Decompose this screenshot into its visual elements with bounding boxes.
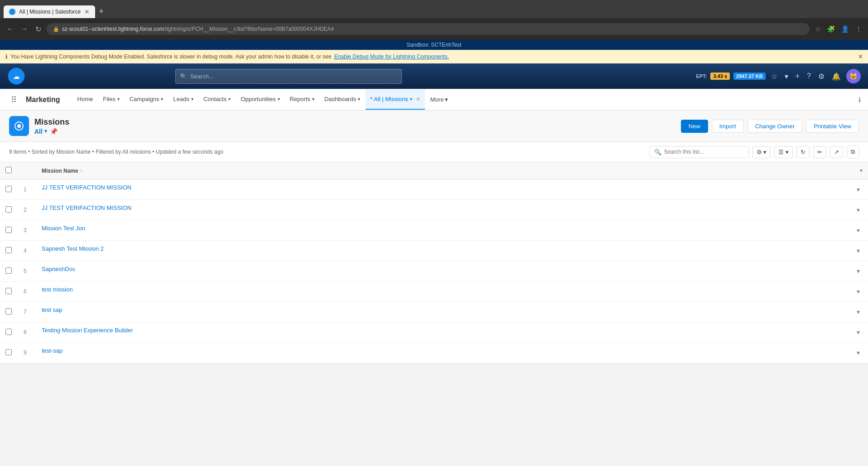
- table-row: 8 Testing Mission Experience Builder ▾: [0, 322, 868, 343]
- app-launcher-button[interactable]: ⠿: [7, 93, 20, 107]
- extensions-button[interactable]: 🧩: [825, 24, 837, 34]
- row-number: 5: [18, 261, 36, 282]
- bookmark-button[interactable]: ☆: [813, 24, 823, 34]
- new-tab-button[interactable]: +: [95, 5, 107, 18]
- row-action-button[interactable]: ▾: [854, 306, 863, 317]
- table-row: 4 Sapnesh Test Mission 2 ▾: [0, 241, 868, 261]
- nav-item-contacts[interactable]: Contacts ▾: [199, 89, 235, 110]
- mission-name-link[interactable]: Sapnesh Test Mission 2: [42, 245, 104, 252]
- nav-item-files[interactable]: Files ▾: [98, 89, 124, 110]
- browser-tab-active[interactable]: All | Missions | Salesforce ✕: [4, 5, 95, 18]
- help-button[interactable]: ?: [805, 70, 813, 82]
- address-url: sz-scout01--sctenhtest.lightning.force.c…: [62, 26, 334, 32]
- global-search-input[interactable]: [175, 69, 402, 84]
- row-action-button[interactable]: ▾: [854, 204, 863, 215]
- row-action-button[interactable]: ▾: [854, 245, 863, 256]
- nav-item-campaigns[interactable]: Campaigns ▾: [125, 89, 168, 110]
- filter-button[interactable]: ⧉: [847, 146, 859, 158]
- row-checkbox[interactable]: [5, 267, 12, 274]
- nav-reports-label: Reports: [290, 96, 311, 102]
- profile-button[interactable]: 👤: [839, 24, 851, 34]
- change-owner-button[interactable]: Change Owner: [747, 120, 802, 133]
- reload-button[interactable]: ↻: [34, 23, 43, 35]
- table-row: 3 Mission Test Jon ▾: [0, 220, 868, 241]
- mission-name-link[interactable]: JJ TEST VERIFACTION MISSION: [42, 204, 131, 211]
- svg-point-3: [17, 124, 21, 128]
- address-field[interactable]: 🔒 sz-scout01--sctenhtest.lightning.force…: [47, 23, 810, 35]
- select-all-checkbox[interactable]: [5, 167, 12, 173]
- settings-toolbar-button[interactable]: ⚙ ▾: [752, 146, 771, 158]
- nav-item-dashboards[interactable]: Dashboards ▾: [320, 89, 365, 110]
- row-mission-name-cell: Mission Test Jon ▾: [36, 220, 868, 241]
- list-search-box[interactable]: 🔍: [649, 146, 749, 158]
- table-header-row: Mission Name ↑ ▾: [0, 162, 868, 180]
- mission-name-link[interactable]: test mission: [42, 286, 73, 293]
- row-checkbox[interactable]: [5, 247, 12, 253]
- row-checkbox[interactable]: [5, 186, 12, 192]
- nav-files-chevron: ▾: [117, 97, 120, 102]
- favorites-dropdown-button[interactable]: ▾: [783, 70, 790, 83]
- row-action-button[interactable]: ▾: [854, 286, 863, 297]
- row-action-button[interactable]: ▾: [854, 327, 863, 338]
- menu-button[interactable]: ⋮: [854, 24, 863, 34]
- favorites-button[interactable]: ☆: [769, 70, 779, 83]
- row-checkbox[interactable]: [5, 349, 12, 355]
- nav-missions-close[interactable]: ✕: [416, 96, 420, 102]
- printable-view-button[interactable]: Printable View: [806, 120, 859, 133]
- nav-item-leads[interactable]: Leads ▾: [169, 89, 198, 110]
- nav-item-home[interactable]: Home: [73, 89, 98, 110]
- row-checkbox-cell: [0, 322, 18, 343]
- row-checkbox[interactable]: [5, 308, 12, 315]
- row-checkbox[interactable]: [5, 329, 12, 335]
- tab-close-button[interactable]: ✕: [84, 8, 90, 15]
- pin-button[interactable]: 📌: [50, 128, 58, 135]
- mission-name-link[interactable]: test sap: [42, 306, 63, 313]
- row-action-button[interactable]: ▾: [854, 184, 863, 195]
- view-selector[interactable]: All ▾: [34, 128, 47, 135]
- debug-banner-text: You Have Lightning Components Debug Mode…: [10, 53, 332, 60]
- mission-name-link[interactable]: Testing Mission Experience Builder: [42, 327, 133, 334]
- nav-item-missions-active[interactable]: * All | Missions ▾ ✕: [366, 89, 425, 110]
- mission-name-link[interactable]: SapneshDoc: [42, 266, 75, 272]
- table-row: 6 test mission ▾: [0, 282, 868, 302]
- nav-reports-chevron: ▾: [312, 97, 314, 102]
- nav-info-icon[interactable]: ℹ: [858, 96, 861, 103]
- edit-toolbar-button[interactable]: ✏: [813, 146, 826, 158]
- debug-banner-link[interactable]: Enable Debug Mode for Lightning Componen…: [334, 53, 449, 60]
- new-button[interactable]: New: [681, 120, 708, 133]
- header-mission-name[interactable]: Mission Name ↑ ▾: [36, 162, 868, 180]
- list-search-input[interactable]: [664, 149, 744, 155]
- forward-button[interactable]: →: [19, 23, 30, 35]
- sandbox-banner: Sandbox: SCTEnhTest: [0, 40, 868, 50]
- debug-banner-close[interactable]: ×: [858, 53, 863, 61]
- mission-name-link[interactable]: test-sap: [42, 347, 63, 354]
- row-checkbox[interactable]: [5, 227, 12, 233]
- back-button[interactable]: ←: [5, 23, 15, 35]
- salesforce-logo[interactable]: ☁: [7, 67, 25, 85]
- row-action-button[interactable]: ▾: [854, 266, 863, 277]
- tab-favicon: [9, 9, 15, 15]
- notifications-button[interactable]: 🔔: [830, 70, 843, 83]
- browser-tab-bar: All | Missions | Salesforce ✕ +: [0, 0, 868, 18]
- nav-files-label: Files: [103, 96, 115, 102]
- row-action-button[interactable]: ▾: [854, 225, 863, 236]
- row-mission-name-cell: test mission ▾: [36, 282, 868, 302]
- share-button[interactable]: ↗: [830, 146, 843, 158]
- avatar[interactable]: 🐱: [846, 69, 861, 83]
- nav-item-opportunities[interactable]: Opportunities ▾: [236, 89, 284, 110]
- columns-toolbar-button[interactable]: ☰ ▾: [774, 146, 793, 158]
- add-button[interactable]: +: [794, 70, 801, 82]
- nav-more-button[interactable]: More ▾: [426, 90, 453, 109]
- nav-item-reports[interactable]: Reports ▾: [285, 89, 319, 110]
- settings-button[interactable]: ⚙: [816, 70, 826, 83]
- row-checkbox[interactable]: [5, 206, 12, 213]
- import-button[interactable]: Import: [712, 120, 744, 133]
- refresh-button[interactable]: ↻: [796, 146, 810, 158]
- mission-name-link[interactable]: Mission Test Jon: [42, 225, 85, 232]
- row-checkbox[interactable]: [5, 288, 12, 294]
- nav-opportunities-chevron: ▾: [278, 97, 280, 102]
- list-status: 9 items • Sorted by Mission Name • Filte…: [9, 149, 223, 155]
- mission-name-link[interactable]: JJ TEST VERIFACTION MISSION: [42, 184, 131, 191]
- row-action-button[interactable]: ▾: [854, 347, 863, 358]
- nav-campaigns-chevron: ▾: [161, 97, 163, 102]
